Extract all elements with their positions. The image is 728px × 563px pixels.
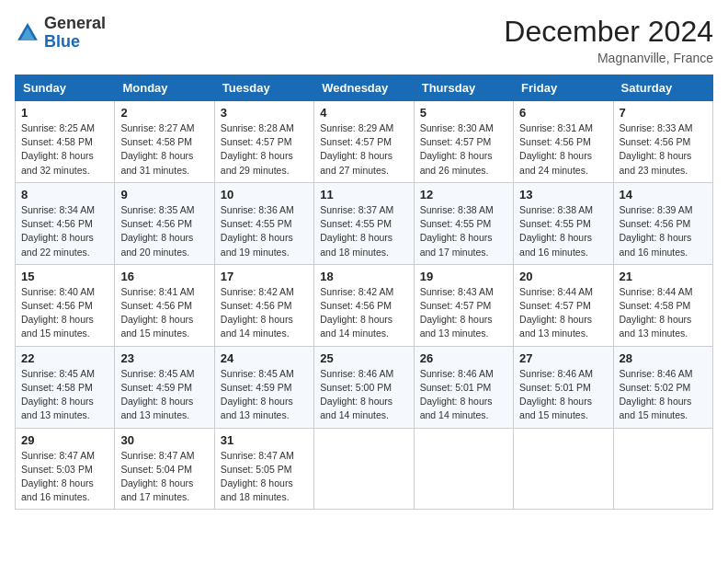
calendar-cell — [514, 428, 613, 510]
day-number: 23 — [120, 351, 208, 365]
calendar-cell: 2Sunrise: 8:27 AM Sunset: 4:58 PM Daylig… — [115, 101, 214, 183]
calendar-week-4: 22Sunrise: 8:45 AM Sunset: 4:58 PM Dayli… — [16, 346, 713, 428]
day-number: 4 — [320, 106, 407, 120]
logo-text: General Blue — [44, 15, 106, 52]
day-detail: Sunrise: 8:30 AM Sunset: 4:57 PM Dayligh… — [420, 121, 507, 178]
day-number: 1 — [21, 106, 108, 120]
day-detail: Sunrise: 8:44 AM Sunset: 4:57 PM Dayligh… — [519, 285, 607, 341]
calendar-week-1: 1Sunrise: 8:25 AM Sunset: 4:58 PM Daylig… — [16, 101, 713, 183]
calendar-week-3: 15Sunrise: 8:40 AM Sunset: 4:56 PM Dayli… — [16, 264, 713, 346]
day-detail: Sunrise: 8:45 AM Sunset: 4:59 PM Dayligh… — [221, 367, 308, 423]
calendar-week-5: 29Sunrise: 8:47 AM Sunset: 5:03 PM Dayli… — [16, 428, 713, 510]
title-block: December 2024 Magnanville, France — [504, 15, 713, 65]
calendar-cell: 14Sunrise: 8:39 AM Sunset: 4:56 PM Dayli… — [613, 182, 712, 264]
day-number: 9 — [120, 188, 208, 201]
calendar-cell — [613, 428, 712, 510]
weekday-header-monday: Monday — [115, 75, 214, 101]
weekday-header-friday: Friday — [514, 75, 613, 101]
day-detail: Sunrise: 8:45 AM Sunset: 4:59 PM Dayligh… — [120, 367, 208, 423]
day-detail: Sunrise: 8:27 AM Sunset: 4:58 PM Dayligh… — [120, 121, 208, 178]
day-number: 29 — [21, 433, 108, 447]
day-detail: Sunrise: 8:47 AM Sunset: 5:05 PM Dayligh… — [221, 449, 308, 505]
day-number: 22 — [21, 351, 108, 365]
day-number: 15 — [21, 270, 108, 283]
day-detail: Sunrise: 8:36 AM Sunset: 4:55 PM Dayligh… — [221, 203, 308, 259]
location: Magnanville, France — [504, 51, 713, 65]
calendar-cell: 15Sunrise: 8:40 AM Sunset: 4:56 PM Dayli… — [16, 264, 115, 346]
calendar-cell: 10Sunrise: 8:36 AM Sunset: 4:55 PM Dayli… — [214, 182, 313, 264]
calendar-cell: 9Sunrise: 8:35 AM Sunset: 4:56 PM Daylig… — [115, 182, 214, 264]
day-number: 24 — [221, 351, 308, 365]
day-detail: Sunrise: 8:31 AM Sunset: 4:56 PM Dayligh… — [519, 121, 607, 178]
calendar-cell: 26Sunrise: 8:46 AM Sunset: 5:01 PM Dayli… — [414, 346, 513, 428]
day-detail: Sunrise: 8:42 AM Sunset: 4:56 PM Dayligh… — [320, 285, 407, 341]
day-number: 10 — [221, 188, 308, 201]
day-detail: Sunrise: 8:44 AM Sunset: 4:58 PM Dayligh… — [620, 285, 707, 341]
day-number: 16 — [120, 270, 208, 283]
day-detail: Sunrise: 8:46 AM Sunset: 5:01 PM Dayligh… — [519, 367, 607, 423]
calendar-cell: 5Sunrise: 8:30 AM Sunset: 4:57 PM Daylig… — [414, 101, 513, 183]
day-detail: Sunrise: 8:47 AM Sunset: 5:03 PM Dayligh… — [21, 449, 108, 505]
day-number: 5 — [420, 106, 507, 120]
day-detail: Sunrise: 8:43 AM Sunset: 4:57 PM Dayligh… — [420, 285, 507, 341]
calendar-cell — [414, 428, 513, 510]
weekday-header-sunday: Sunday — [16, 75, 115, 101]
day-detail: Sunrise: 8:47 AM Sunset: 5:04 PM Dayligh… — [120, 449, 208, 505]
weekday-header-tuesday: Tuesday — [214, 75, 313, 101]
day-detail: Sunrise: 8:40 AM Sunset: 4:56 PM Dayligh… — [21, 285, 108, 341]
day-number: 11 — [320, 188, 407, 201]
day-number: 19 — [420, 270, 507, 283]
day-detail: Sunrise: 8:46 AM Sunset: 5:01 PM Dayligh… — [420, 367, 507, 423]
weekday-header-saturday: Saturday — [613, 75, 712, 101]
day-detail: Sunrise: 8:28 AM Sunset: 4:57 PM Dayligh… — [221, 121, 308, 178]
calendar-cell: 22Sunrise: 8:45 AM Sunset: 4:58 PM Dayli… — [16, 346, 115, 428]
calendar-cell: 16Sunrise: 8:41 AM Sunset: 4:56 PM Dayli… — [115, 264, 214, 346]
day-detail: Sunrise: 8:42 AM Sunset: 4:56 PM Dayligh… — [221, 285, 308, 341]
day-number: 30 — [120, 433, 208, 447]
day-detail: Sunrise: 8:39 AM Sunset: 4:56 PM Dayligh… — [620, 203, 707, 259]
weekday-header-thursday: Thursday — [414, 75, 513, 101]
day-number: 3 — [221, 106, 308, 120]
calendar-cell: 18Sunrise: 8:42 AM Sunset: 4:56 PM Dayli… — [314, 264, 414, 346]
calendar-cell: 4Sunrise: 8:29 AM Sunset: 4:57 PM Daylig… — [314, 101, 414, 183]
calendar-cell: 3Sunrise: 8:28 AM Sunset: 4:57 PM Daylig… — [214, 101, 313, 183]
calendar-cell — [314, 428, 414, 510]
calendar-cell: 30Sunrise: 8:47 AM Sunset: 5:04 PM Dayli… — [115, 428, 214, 510]
day-detail: Sunrise: 8:37 AM Sunset: 4:55 PM Dayligh… — [320, 203, 407, 259]
day-detail: Sunrise: 8:45 AM Sunset: 4:58 PM Dayligh… — [21, 367, 108, 423]
calendar-week-2: 8Sunrise: 8:34 AM Sunset: 4:56 PM Daylig… — [16, 182, 713, 264]
day-detail: Sunrise: 8:46 AM Sunset: 5:02 PM Dayligh… — [620, 367, 707, 423]
calendar-cell: 6Sunrise: 8:31 AM Sunset: 4:56 PM Daylig… — [514, 101, 613, 183]
day-number: 17 — [221, 270, 308, 283]
calendar-cell: 21Sunrise: 8:44 AM Sunset: 4:58 PM Dayli… — [613, 264, 712, 346]
calendar-cell: 25Sunrise: 8:46 AM Sunset: 5:00 PM Dayli… — [314, 346, 414, 428]
calendar-cell: 29Sunrise: 8:47 AM Sunset: 5:03 PM Dayli… — [16, 428, 115, 510]
calendar-table: SundayMondayTuesdayWednesdayThursdayFrid… — [15, 75, 713, 510]
logo: General Blue — [15, 15, 106, 52]
day-detail: Sunrise: 8:35 AM Sunset: 4:56 PM Dayligh… — [120, 203, 208, 259]
day-detail: Sunrise: 8:41 AM Sunset: 4:56 PM Dayligh… — [120, 285, 208, 341]
day-detail: Sunrise: 8:33 AM Sunset: 4:56 PM Dayligh… — [620, 121, 707, 178]
day-detail: Sunrise: 8:25 AM Sunset: 4:58 PM Dayligh… — [21, 121, 108, 178]
weekday-header-wednesday: Wednesday — [314, 75, 414, 101]
day-number: 7 — [620, 106, 707, 120]
calendar-cell: 17Sunrise: 8:42 AM Sunset: 4:56 PM Dayli… — [214, 264, 313, 346]
day-number: 12 — [420, 188, 507, 201]
calendar-header-row: SundayMondayTuesdayWednesdayThursdayFrid… — [16, 75, 713, 101]
day-number: 20 — [519, 270, 607, 283]
day-number: 14 — [620, 188, 707, 201]
day-number: 21 — [620, 270, 707, 283]
day-detail: Sunrise: 8:38 AM Sunset: 4:55 PM Dayligh… — [420, 203, 507, 259]
day-number: 6 — [519, 106, 607, 120]
calendar-cell: 28Sunrise: 8:46 AM Sunset: 5:02 PM Dayli… — [613, 346, 712, 428]
day-number: 26 — [420, 351, 507, 365]
day-number: 31 — [221, 433, 308, 447]
logo-icon — [15, 20, 40, 46]
calendar-cell: 31Sunrise: 8:47 AM Sunset: 5:05 PM Dayli… — [214, 428, 313, 510]
calendar-cell: 19Sunrise: 8:43 AM Sunset: 4:57 PM Dayli… — [414, 264, 513, 346]
calendar-cell: 13Sunrise: 8:38 AM Sunset: 4:55 PM Dayli… — [514, 182, 613, 264]
page-header: General Blue December 2024 Magnanville, … — [15, 15, 713, 65]
day-detail: Sunrise: 8:29 AM Sunset: 4:57 PM Dayligh… — [320, 121, 407, 178]
calendar-cell: 23Sunrise: 8:45 AM Sunset: 4:59 PM Dayli… — [115, 346, 214, 428]
day-number: 18 — [320, 270, 407, 283]
